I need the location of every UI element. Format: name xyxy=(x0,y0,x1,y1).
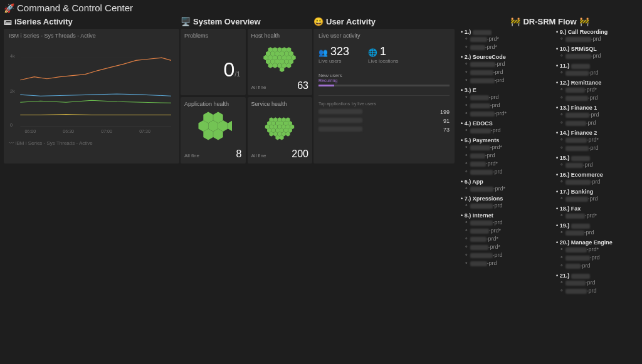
hex-cluster-icon xyxy=(258,110,302,144)
svg-text:4k: 4k xyxy=(10,54,15,59)
host-health-tile[interactable]: Host health All fine63 xyxy=(248,29,313,95)
rocket-icon: 🚀 xyxy=(4,3,14,13)
top-apps: Top applications by live users 199 91 73 xyxy=(318,95,450,133)
chart-title: IBM i Series - Sys Threads - Active xyxy=(9,33,174,39)
flow-group[interactable]: 9.) Call Recording-prd xyxy=(551,29,642,43)
svg-text:0: 0 xyxy=(10,123,13,128)
flow-group[interactable]: 2.) SourceCode-prd-prd-prd xyxy=(456,54,549,85)
flow-group[interactable]: 1.) -prd*-prd* xyxy=(456,29,549,51)
server-icon: 🖴 xyxy=(4,17,12,26)
svg-text:06:00: 06:00 xyxy=(24,129,36,134)
dr-srm-flow: 🚧 DR-SRM Flow 🚧 1.) -prd*-prd*2.) Source… xyxy=(456,16,642,364)
page-title-text: Command & Control Center xyxy=(17,3,133,13)
flow-group[interactable]: 5.) Payments-prd*-prd-prd*-prd xyxy=(456,137,549,176)
iseries-chart-tile[interactable]: IBM i Series - Sys Threads - Active 4k 2… xyxy=(4,29,179,164)
flow-group[interactable]: 12.) Remittance-prd*-prd xyxy=(551,80,642,102)
flow-group[interactable]: 18.) Fax-prd* xyxy=(551,205,642,220)
flow-group[interactable]: 20.) Manage Engine-prd*-prd-prd xyxy=(551,239,642,270)
user-header: 😀 User Activity xyxy=(313,16,455,29)
flow-group[interactable]: 19.) -prd xyxy=(551,222,642,237)
chart-legend: 〰 IBM i Series - Sys Threads - Active xyxy=(9,140,174,146)
users-icon: 👥 xyxy=(318,48,328,57)
system-header: 🖥️ System Overview xyxy=(181,16,312,29)
flow-group[interactable]: 3.) E-prd-prd-prd* xyxy=(456,87,549,118)
flow-group[interactable]: 13.) Finance 1-prd-prd xyxy=(551,105,642,127)
new-users-bar xyxy=(318,85,450,86)
flow-group[interactable]: 7.) Xpressions-prd xyxy=(456,195,549,210)
flow-group[interactable]: 4.) EDOCS-prd xyxy=(456,120,549,135)
flow-group[interactable]: 21.) -prd-prd xyxy=(551,273,642,295)
monitor-icon: 🖥️ xyxy=(181,17,191,26)
hex-cluster-icon xyxy=(261,41,298,74)
new-users-block: New users Recurring xyxy=(318,73,450,86)
flow-group[interactable]: 8.) Internet-prd-prd*-prd*-prd*-prd-prd xyxy=(456,212,549,268)
app-health-tile[interactable]: Application health All fine8 xyxy=(181,97,246,164)
svg-text:06:30: 06:30 xyxy=(63,129,74,134)
svg-text:07:30: 07:30 xyxy=(139,129,150,134)
page-title: 🚀 Command & Control Center xyxy=(0,0,642,16)
flow-group[interactable]: 17.) Banking-prd xyxy=(551,189,642,203)
live-users-stat: 👥323 Live users xyxy=(318,45,349,64)
user-activity-tile[interactable]: Live user activity 👥323 Live users 🌐1 Li… xyxy=(313,29,455,164)
iseries-header: 🖴 iSeries Activity xyxy=(4,16,179,29)
globe-icon: 🌐 xyxy=(368,48,377,57)
flow-group[interactable]: 15.) -prd xyxy=(551,155,642,169)
live-locations-stat: 🌐1 Live locations xyxy=(368,45,398,64)
svg-text:07:00: 07:00 xyxy=(101,129,112,134)
problems-tile[interactable]: Problems 0/1 xyxy=(181,29,246,95)
flow-group[interactable]: 11.) -prd xyxy=(551,63,642,77)
flow-group[interactable]: 14.) Finance 2-prd*-prd xyxy=(551,130,642,152)
caution-icon: 🚧 xyxy=(579,17,589,26)
line-chart: 4k 2k 0 06:00 06:30 07:00 07:30 xyxy=(9,43,174,137)
caution-icon: 🚧 xyxy=(510,17,520,26)
flow-group[interactable]: 6.) App-prd* xyxy=(456,179,549,193)
flow-header: 🚧 DR-SRM Flow 🚧 xyxy=(456,16,642,29)
flow-group[interactable]: 10.) SRM\SQL-prd xyxy=(551,46,642,60)
flow-group[interactable]: 16.) Ecommerce-prd xyxy=(551,172,642,186)
hex-cluster-icon xyxy=(194,110,232,142)
svg-text:2k: 2k xyxy=(10,89,15,94)
face-icon: 😀 xyxy=(313,17,324,26)
service-health-tile[interactable]: Service health All fine200 xyxy=(248,97,313,164)
